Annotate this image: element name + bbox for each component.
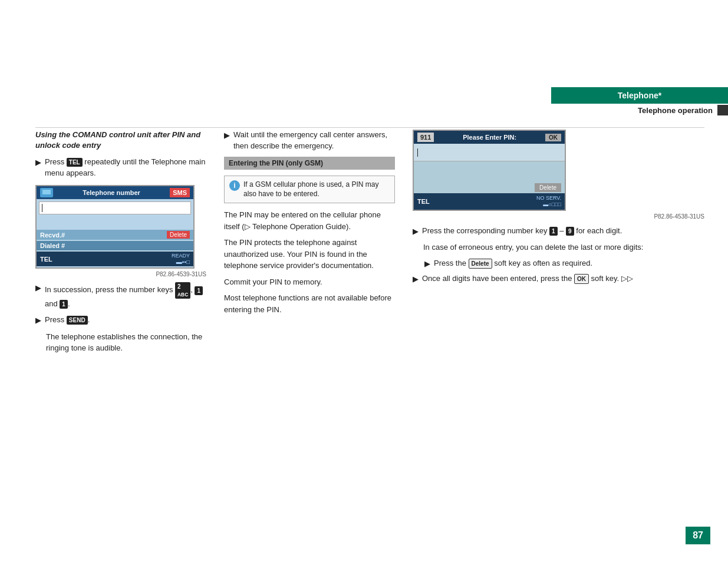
pin-screen: 911 Please Enter PIN: OK Delete TEL NO S… bbox=[413, 130, 566, 211]
info-text: If a GSM cellular phone is used, a PIN m… bbox=[243, 180, 390, 200]
arrow-icon-3: ▶ bbox=[35, 315, 41, 326]
header-subtitle: Telephone operation bbox=[638, 106, 717, 115]
header-section: Telephone* Telephone operation bbox=[539, 87, 728, 115]
mid-body3: Commit your PIN to memory. bbox=[224, 276, 395, 288]
tel-key-badge: TEL bbox=[67, 158, 83, 167]
header-title: Telephone* bbox=[551, 87, 728, 104]
right-error-text: In case of erroneous entry, you can dele… bbox=[423, 242, 704, 253]
phone-signal-icon: ▬▪▪□ bbox=[172, 259, 190, 265]
key-1b: 1 bbox=[60, 300, 68, 309]
pin-caption: P82.86-4538-31US bbox=[413, 213, 704, 220]
phone-caption-left: P82.86-4539-31US bbox=[35, 271, 206, 277]
phone-row-dialed: Dialed # bbox=[37, 241, 193, 250]
pin-please-enter: Please Enter PIN: bbox=[437, 134, 542, 141]
arrow-icon-right-1: ▶ bbox=[413, 226, 419, 237]
cursor bbox=[42, 204, 42, 212]
pin-ok-btn: OK bbox=[545, 134, 561, 141]
arrow-icon-1: ▶ bbox=[35, 157, 41, 168]
header-bar-icon bbox=[717, 105, 728, 115]
phone-input-area bbox=[39, 201, 191, 214]
phone-screen-mid bbox=[37, 217, 193, 229]
mid-body2: The PIN protects the telephone against u… bbox=[224, 237, 395, 272]
left-column: Using the COMAND control unit after PIN … bbox=[35, 130, 206, 527]
phone-delete-btn: Delete bbox=[167, 231, 190, 239]
phone-row-tel: TEL READY ▬▪▪□ bbox=[37, 252, 193, 266]
send-key-badge: SEND bbox=[67, 316, 88, 325]
right-bullet-2-text: Once all digits have been entered, press… bbox=[422, 273, 704, 285]
arrow-icon-2: ▶ bbox=[35, 283, 41, 294]
key-1-pin: 1 bbox=[549, 227, 558, 236]
pin-screen-top: 911 Please Enter PIN: OK bbox=[414, 131, 565, 144]
main-content: Using the COMAND control unit after PIN … bbox=[35, 130, 704, 527]
phone-screen-sms: SMS bbox=[170, 188, 190, 197]
phone-screen-left: Telephone number SMS Recvd.# Delete Dial… bbox=[35, 185, 195, 269]
mid-body1: The PIN may be entered on the cellular p… bbox=[224, 209, 395, 232]
left-bullet-3-text: Press SEND. bbox=[45, 315, 206, 326]
mid-wait-text: Wait until the emergency call center ans… bbox=[233, 130, 395, 152]
page-number: 87 bbox=[686, 527, 710, 544]
key-2abc: 2ABC bbox=[175, 282, 190, 299]
info-box: i If a GSM cellular phone is used, a PIN… bbox=[224, 176, 395, 204]
phone-row-label-recvd: Recvd.# bbox=[40, 232, 167, 239]
phone-row-recvd: Recvd.# Delete bbox=[37, 230, 193, 240]
arrow-icon-wait: ▶ bbox=[224, 130, 230, 141]
pin-delete-btn: Delete bbox=[535, 183, 561, 192]
right-bullet-1-text: Press the corresponding number key 1 – 9… bbox=[422, 226, 704, 237]
left-bullet-3: ▶ Press SEND. bbox=[35, 315, 206, 326]
mid-body4: Most telephone functions are not availab… bbox=[224, 292, 395, 315]
right-sub-bullet-1: ▶ Press the Delete soft key as often as … bbox=[424, 258, 704, 270]
left-bullet-2-text: In succession, press the number keys 2AB… bbox=[45, 282, 206, 310]
mid-column: ▶ Wait until the emergency call center a… bbox=[224, 130, 395, 527]
pin-input-area bbox=[414, 144, 565, 161]
pin-mid-area bbox=[414, 161, 565, 182]
arrow-icon-sub-1: ▶ bbox=[424, 259, 430, 270]
mid-bullet-wait: ▶ Wait until the emergency call center a… bbox=[224, 130, 395, 152]
double-arrow: ▷▷ bbox=[621, 274, 633, 283]
pin-tel-row: TEL NO SERV. ▬○□□□ bbox=[414, 193, 565, 210]
key-1a: 1 bbox=[195, 286, 203, 295]
info-icon: i bbox=[229, 180, 240, 191]
left-section-heading: Using the COMAND control unit after PIN … bbox=[35, 130, 206, 151]
left-conclusion: The telephone establishes the connection… bbox=[46, 331, 206, 354]
phone-screen-top: Telephone number SMS bbox=[37, 186, 193, 199]
phone-row-label-dialed: Dialed # bbox=[40, 242, 190, 249]
pin-no-serv: NO SERV. ▬○□□□ bbox=[536, 195, 561, 208]
header-divider bbox=[35, 127, 704, 128]
phone-screen-title: Telephone number bbox=[53, 189, 170, 196]
phone-row-label-tel: TEL bbox=[40, 256, 172, 263]
arrow-icon-right-2: ▶ bbox=[413, 274, 419, 285]
pin-911: 911 bbox=[417, 133, 434, 142]
left-bullet-1-text: Press TEL repeatedly until the Telephone… bbox=[45, 157, 206, 179]
subsection-heading: Entering the PIN (only GSM) bbox=[224, 157, 395, 170]
pin-tel-label: TEL bbox=[417, 198, 536, 205]
right-bullet-2: ▶ Once all digits have been entered, pre… bbox=[413, 273, 704, 285]
left-bullet-2: ▶ In succession, press the number keys 2… bbox=[35, 282, 206, 310]
ok-key-badge: OK bbox=[574, 274, 589, 284]
svg-rect-1 bbox=[42, 190, 51, 194]
left-bullet-1: ▶ Press TEL repeatedly until the Telepho… bbox=[35, 157, 206, 179]
pin-signal: ▬○□□□ bbox=[543, 201, 561, 207]
delete-key-badge: Delete bbox=[469, 259, 492, 269]
key-9-pin: 9 bbox=[566, 227, 574, 236]
phone-icon bbox=[40, 188, 53, 197]
phone-ready-text: READY bbox=[172, 253, 190, 259]
right-bullet-1: ▶ Press the corresponding number key 1 –… bbox=[413, 226, 704, 237]
right-column: 911 Please Enter PIN: OK Delete TEL NO S… bbox=[413, 130, 704, 527]
right-sub-bullet-1-text: Press the Delete soft key as often as re… bbox=[434, 258, 704, 269]
pin-delete-row: Delete bbox=[414, 182, 565, 193]
pin-cursor bbox=[417, 148, 418, 157]
header-operation: Telephone operation bbox=[539, 105, 728, 115]
